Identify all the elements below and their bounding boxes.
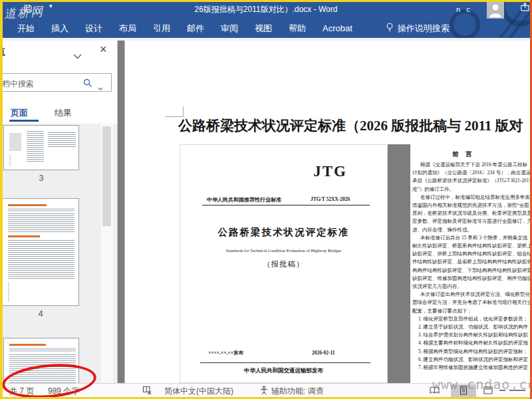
site-logo-watermark: 道桥网 — [3, 3, 45, 22]
document-canvas: 公路桥梁技术状况评定标准（2026 版报批稿与 2011 版对 JTG 中华人民… — [118, 41, 532, 383]
standard-number: JTG/T 52XX-2026 — [311, 196, 350, 202]
preface-line: 缺损评定、维修加固构造结构性缺损评定、构件功能状 — [412, 275, 532, 283]
thumbnail-table-header — [9, 348, 76, 352]
ribbon-tab-mailings[interactable]: 邮件 — [187, 23, 204, 35]
ribbon-tab-acrobat[interactable]: Acrobat — [323, 23, 352, 33]
standard-class: 中华人民共和国推荐性行业标准 — [207, 196, 281, 203]
preface-line: 层综合评定方法，并充分考虑了本标准与现行相关行业 — [412, 299, 532, 307]
page-thumbnail-4[interactable] — [2, 198, 79, 306]
preface-heading: 前 言 — [410, 150, 517, 159]
preface-line: 本次修订提出构件技术状况评定方法、细化桥型分 — [412, 291, 532, 299]
ribbon-tab-help[interactable]: 帮助 — [289, 23, 306, 35]
word-window: ▾ 道桥网 26版报批稿与2011版对比）.docx - Word n c 开始… — [0, 0, 532, 399]
tab-results[interactable]: 结果 — [55, 107, 72, 119]
screenshot-border — [0, 0, 3, 399]
active-tab-underline — [9, 120, 39, 122]
preface-line: 准”）的修订工作。 — [412, 186, 532, 194]
search-icon[interactable] — [83, 78, 92, 90]
thumbnail-page-number: 4 — [2, 309, 79, 319]
ribbon-tab-home[interactable]: 开始 — [17, 23, 35, 35]
divider — [202, 205, 370, 205]
publisher: 中华人民共和国交通运输部发布 — [180, 367, 387, 375]
preface-line: 1. 细化评定桥型及部件组成，优化评定参数设置； — [412, 315, 532, 323]
thumbnail-content — [8, 283, 9, 301]
title-bar: ▾ 道桥网 26版报批稿与2011版对比）.docx - Word n c 开始… — [0, 0, 532, 38]
share-icon[interactable] — [521, 2, 529, 14]
preface-line: 耐久性缺损评定、桥面系构件结构性缺损评定、梁桥上 — [412, 242, 532, 250]
close-icon[interactable]: × — [100, 43, 107, 57]
preface-line: 6. 建立构件功能状况、影响状况的评定指标和评定 — [412, 356, 532, 364]
url-watermark: www.cndao.com — [432, 376, 532, 392]
tell-me-search[interactable]: 操作说明搜索 — [386, 23, 450, 35]
preface-line: 构构件结构性缺损评定、下部结构构件结构性缺损评定 — [412, 267, 532, 275]
proofing-errors-icon[interactable] — [142, 386, 152, 397]
cover-title-cn: 公路桥梁技术状况评定标准 — [180, 226, 387, 239]
preface-line: 5. 根据构件类型细化构件结构性缺损的评定指标； — [412, 348, 532, 356]
preface-line: 进、内容合理、操作性强。 — [412, 226, 532, 234]
preface-line: 4. 根据主要构件材料细化构件耐久性缺损的评定指 — [412, 339, 532, 347]
issue-placeholder: ××××.××.××发布 — [208, 350, 243, 356]
preface-line: 在修订过程中，标准编写组总结原标准应用多年实 — [412, 194, 532, 201]
ribbon-tab-layout[interactable]: 布局 — [119, 23, 136, 35]
preface-line: 计划的通知》（交公路函〔2016〕234 号），由交通运输 — [412, 169, 532, 177]
ribbon-tab-design[interactable]: 设计 — [85, 23, 102, 35]
lightbulb-icon — [386, 23, 394, 34]
document-heading[interactable]: 公路桥梁技术状况评定标准（2026 版报批稿与 2011 版对 — [178, 116, 523, 135]
ribbon-tab-references[interactable]: 引用 — [153, 23, 170, 35]
preface-line: 状况评定几方面内容。 — [412, 283, 532, 291]
thumbnail-page-number: 3 — [3, 173, 79, 183]
thumbnail-content — [8, 240, 74, 280]
user-initials: n c — [456, 5, 472, 13]
preface-lines: 根据《交通运输部关于下达 2016 年度公路工程标计划的通知》（交公路函〔201… — [412, 161, 532, 372]
ribbon-tab-review[interactable]: 审阅 — [221, 23, 238, 35]
navigation-pane: 导航 × 档中搜索 页面 结果 3 — [0, 41, 118, 383]
divider — [200, 362, 370, 363]
ribbon-tab-insert[interactable]: 插入 — [51, 23, 68, 35]
thumbnail-content — [9, 155, 11, 166]
preface-line: 配套，主要修订要点如下： — [412, 307, 532, 315]
ribbon-tab-strip: 开始 插入 设计 布局 引用 邮件 审阅 视图 帮助 Acrobat 操作说明搜… — [0, 19, 532, 38]
thumbnail-content — [27, 131, 44, 163]
cover-title-en: Standards for Technical Condition Evalua… — [180, 248, 387, 253]
jtg-logo: JTG — [313, 163, 347, 180]
nav-scrollbar-thumb[interactable] — [102, 126, 111, 226]
thumbnail-table-header — [8, 208, 74, 211]
thumbnail-content — [8, 213, 74, 232]
preface-line: 根据《交通运输部关于下达 2016 年度公路工程标 — [412, 161, 532, 169]
ribbon-tab-view[interactable]: 视图 — [255, 23, 272, 35]
thumbnail-heading — [8, 235, 40, 237]
screenshot-border — [0, 0, 532, 2]
accessibility-status[interactable]: 辅助功能: 调查 — [271, 386, 324, 397]
search-dropdown-icon[interactable] — [98, 81, 103, 93]
thumbnail-heading — [8, 204, 47, 206]
preface-line: 7. 根据常用维修加固措施建立维修加固构造的评定 — [412, 364, 532, 372]
draft-label: （报批稿） — [180, 259, 387, 269]
preface-line: 借鉴国内外相关标准规范的先进技术方法，按照“全面 — [412, 201, 532, 209]
issue-date: 2026-02-11 — [312, 350, 335, 356]
preface-line: 缺损评定、拱桥上部结构构件结构性缺损评定、组合结 — [412, 250, 532, 258]
preface-page-image[interactable]: 前 言 根据《交通运输部关于下达 2016 年度公路工程标计划的通知》（交公路函… — [410, 144, 532, 383]
margin-corner-mark — [183, 106, 184, 117]
language-indicator[interactable]: 简体中文(中国大陆) — [164, 386, 233, 397]
page-thumbnail-3[interactable] — [3, 125, 79, 170]
tell-me-label: 操作说明搜索 — [398, 23, 450, 35]
avatar[interactable] — [487, 1, 504, 19]
page-gap — [388, 144, 410, 383]
tab-pages[interactable]: 页面 — [11, 107, 28, 119]
accessibility-icon — [259, 386, 269, 397]
chevron-down-icon[interactable] — [73, 50, 82, 62]
preface-line: 2. 建立基于缺损状况、功能状况、影响状况的构件 — [412, 323, 532, 331]
preface-line: 件结构性缺损评定、悬索桥上部结构构件结构性缺损评 — [412, 258, 532, 266]
thumbnail-content — [9, 134, 21, 151]
cover-page-image[interactable]: JTG 中华人民共和国推荐性行业标准 JTG/T 52XX-2026 公路桥梁技… — [180, 144, 388, 383]
preface-line: 定参数、评定指标及评定标准等方面进行全面修订，力 — [412, 217, 532, 225]
preface-line: 原则，在桥梁技术状况等级及分类、检查评定类型及层 — [412, 209, 532, 217]
page-thumbnails-area: 3 4 — [0, 124, 117, 383]
preface-line: 本标准修订后共分 15 章和 3 个附录，并附条文说 — [412, 234, 532, 242]
preface-line: 3. 结合养护需求划分构件耐久性缺损和结构性缺损 — [412, 331, 532, 339]
window-title: 26版报批稿与2011版对比）.docx - Word — [0, 4, 532, 15]
thumbnail-content — [48, 132, 76, 147]
search-input[interactable]: 档中搜索 — [0, 73, 112, 92]
thumbnail-heading — [9, 344, 46, 346]
search-input-text: 档中搜索 — [2, 78, 34, 90]
